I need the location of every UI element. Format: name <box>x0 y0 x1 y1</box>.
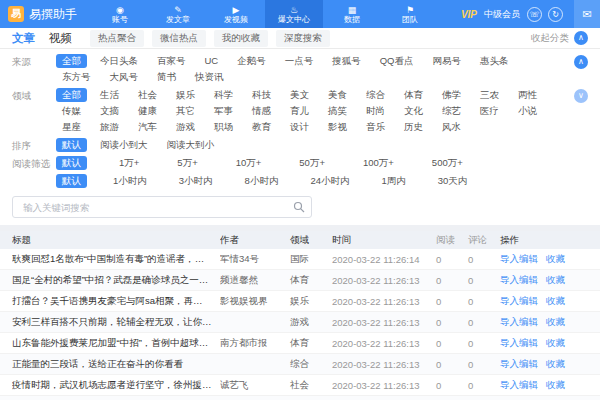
field-option[interactable]: 风水 <box>436 120 467 134</box>
import-edit-link[interactable]: 导入编辑 <box>500 337 538 350</box>
source-option[interactable]: QQ看点 <box>374 54 420 68</box>
nav-item[interactable]: ▦ 数据 <box>323 0 381 28</box>
field-option[interactable]: 美食 <box>322 88 353 102</box>
field-option[interactable]: 育儿 <box>284 104 315 118</box>
time-option[interactable]: 8小时内 <box>239 174 285 188</box>
source-option[interactable]: 全部 <box>56 54 87 68</box>
field-option[interactable]: 音乐 <box>360 120 391 134</box>
field-option[interactable]: 娱乐 <box>170 88 201 102</box>
field-option[interactable]: 其它 <box>170 104 201 118</box>
field-option[interactable]: 汽车 <box>132 120 163 134</box>
import-edit-link[interactable]: 导入编辑 <box>500 253 538 266</box>
field-option[interactable]: 佛学 <box>436 88 467 102</box>
customer-service-icon[interactable]: ☏ <box>527 7 542 22</box>
reads-option[interactable]: 100万+ <box>357 156 400 170</box>
nav-item[interactable]: ◉ 账号 <box>91 0 149 28</box>
article-title[interactable]: 安利三样百搭不只前期，轮辅全程无双，让你游戏体验拉满 <box>12 316 220 329</box>
field-collapse-button[interactable]: ∨ <box>574 89 588 103</box>
time-option[interactable]: 3小时内 <box>173 174 219 188</box>
field-option[interactable]: 科技 <box>246 88 277 102</box>
reads-option[interactable]: 500万+ <box>426 156 469 170</box>
time-option[interactable]: 24小时内 <box>304 174 355 188</box>
article-title[interactable]: 耿爽回怼1名散布“中国制造有毒”的造谣者，就得这么干 <box>12 253 220 266</box>
import-edit-link[interactable]: 导入编辑 <box>500 295 538 308</box>
content-tab[interactable]: 文章 <box>12 31 35 46</box>
field-option[interactable]: 教育 <box>246 120 277 134</box>
favorite-link[interactable]: 收藏 <box>546 295 565 308</box>
time-option[interactable]: 30天内 <box>432 174 474 188</box>
source-option[interactable]: 今日头条 <box>94 54 144 68</box>
source-option[interactable]: 网易号 <box>427 54 468 68</box>
nav-item[interactable]: ▶ 发视频 <box>207 0 265 28</box>
field-option[interactable]: 两性 <box>512 88 543 102</box>
article-title[interactable]: 疫情时期，武汉机场志愿者逆行坚守，徐州援汉白衣天使凯旋 <box>12 379 220 392</box>
field-option[interactable]: 体育 <box>398 88 429 102</box>
article-title[interactable]: 国足“全村的希望”中招？武磊是确诊球员之一？回应：等待辟谣 <box>12 274 220 287</box>
content-tab[interactable]: 视频 <box>49 31 72 46</box>
favorite-link[interactable]: 收藏 <box>546 358 565 371</box>
refresh-icon[interactable]: ↻ <box>548 7 563 22</box>
field-option[interactable]: 职场 <box>208 120 239 134</box>
reads-option[interactable]: 5万+ <box>171 156 203 170</box>
article-title[interactable]: 正能量的三段话，送给正在奋斗的你看看 <box>12 358 220 371</box>
vip-badge[interactable]: VIP <box>461 9 477 20</box>
article-title[interactable]: 打擂台？吴千语携男友豪宅与阿sa相聚，再晒豪门阔太下午茶精致生活 <box>12 295 220 308</box>
search-input[interactable] <box>12 196 312 218</box>
field-option[interactable]: 游戏 <box>170 120 201 134</box>
source-option[interactable]: 百家号 <box>151 54 192 68</box>
sort-option[interactable]: 阅读小到大 <box>94 138 154 152</box>
app-logo[interactable]: 易 易撰助手 <box>0 0 85 28</box>
field-option[interactable]: 全部 <box>56 88 87 102</box>
favorite-link[interactable]: 收藏 <box>546 316 565 329</box>
source-option[interactable]: 惠头条 <box>474 54 515 68</box>
nav-item[interactable]: ✎ 发文章 <box>149 0 207 28</box>
reads-option[interactable]: 1万+ <box>113 156 145 170</box>
subheader-link[interactable]: 我的收藏 <box>214 30 268 47</box>
field-option[interactable]: 美文 <box>284 88 315 102</box>
field-option[interactable]: 三农 <box>474 88 505 102</box>
field-option[interactable]: 医疗 <box>474 104 505 118</box>
subheader-link[interactable]: 微信热点 <box>152 30 206 47</box>
field-option[interactable]: 小说 <box>512 104 543 118</box>
source-option[interactable]: 企鹅号 <box>231 54 272 68</box>
source-option[interactable]: 快资讯 <box>189 70 230 84</box>
sort-option[interactable]: 阅读大到小 <box>161 138 221 152</box>
reads-option[interactable]: 10万+ <box>230 156 268 170</box>
field-option[interactable]: 文摘 <box>94 104 125 118</box>
message-corner-button[interactable]: ✉ <box>574 0 600 28</box>
import-edit-link[interactable]: 导入编辑 <box>500 358 538 371</box>
field-option[interactable]: 健康 <box>132 104 163 118</box>
reads-option[interactable]: 50万+ <box>293 156 331 170</box>
field-option[interactable]: 时尚 <box>360 104 391 118</box>
membership-level[interactable]: 中级会员 <box>484 8 520 21</box>
field-option[interactable]: 生活 <box>94 88 125 102</box>
field-option[interactable]: 文化 <box>398 104 429 118</box>
field-option[interactable]: 历史 <box>398 120 429 134</box>
time-option[interactable]: 默认 <box>56 174 87 188</box>
field-option[interactable]: 军事 <box>208 104 239 118</box>
reads-option[interactable]: 默认 <box>56 156 87 170</box>
source-option[interactable]: 东方号 <box>56 70 97 84</box>
favorite-link[interactable]: 收藏 <box>546 253 565 266</box>
field-option[interactable]: 社会 <box>132 88 163 102</box>
import-edit-link[interactable]: 导入编辑 <box>500 379 538 392</box>
field-option[interactable]: 设计 <box>284 120 315 134</box>
field-option[interactable]: 星座 <box>56 120 87 134</box>
source-option[interactable]: 搜狐号 <box>326 54 367 68</box>
favorite-link[interactable]: 收藏 <box>546 337 565 350</box>
favorite-link[interactable]: 收藏 <box>546 379 565 392</box>
time-option[interactable]: 1周内 <box>375 174 411 188</box>
field-option[interactable]: 传媒 <box>56 104 87 118</box>
field-option[interactable]: 情感 <box>246 104 277 118</box>
subheader-link[interactable]: 深度搜索 <box>276 30 330 47</box>
favorite-link[interactable]: 收藏 <box>546 274 565 287</box>
sort-option[interactable]: 默认 <box>56 138 87 152</box>
field-option[interactable]: 影视 <box>322 120 353 134</box>
source-option[interactable]: 一点号 <box>279 54 320 68</box>
nav-item[interactable]: ⚑ 团队 <box>381 0 439 28</box>
field-option[interactable]: 科学 <box>208 88 239 102</box>
source-option[interactable]: 简书 <box>151 70 182 84</box>
source-option[interactable]: 大风号 <box>104 70 145 84</box>
search-icon[interactable] <box>293 201 305 213</box>
nav-item[interactable]: ♨ 爆文中心 <box>265 0 323 28</box>
